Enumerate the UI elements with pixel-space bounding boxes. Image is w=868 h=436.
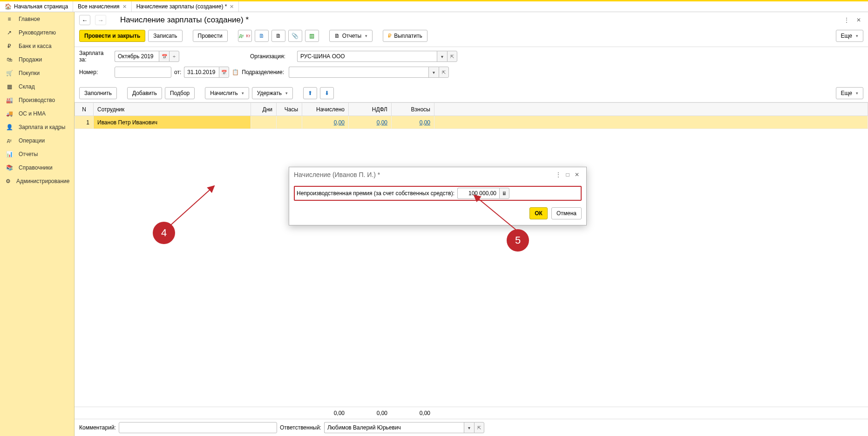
pay-button[interactable]: ₽Выплатить [383, 30, 427, 42]
table-toolbar: Заполнить Добавить Подбор Начислить Удер… [75, 84, 868, 102]
cell-days [251, 116, 277, 129]
back-button[interactable]: ← [79, 15, 90, 25]
sidebar-item-reports[interactable]: 📊Отчеты [0, 147, 74, 161]
post-and-close-button[interactable]: Провести и закрыть [79, 30, 145, 42]
spinner-icon[interactable]: ÷ [169, 51, 179, 62]
kebab-icon[interactable]: ⋮ [842, 15, 851, 25]
col-accrued[interactable]: Начислено [302, 103, 349, 116]
dropdown-icon[interactable]: ▾ [428, 67, 439, 78]
modal-title: Начисление (Иванов П. И.) * [294, 171, 380, 178]
tab-home[interactable]: 🏠 Начальная страница [0, 1, 73, 12]
open-icon[interactable]: ⇱ [447, 51, 457, 62]
calendar-icon[interactable]: 📅 [159, 51, 169, 62]
sidebar-item-bank[interactable]: ₽Банк и касса [0, 39, 74, 53]
bag-icon: 🛍 [6, 56, 13, 63]
maximize-icon[interactable]: □ [563, 170, 572, 179]
bonus-amount-input[interactable] [457, 188, 499, 199]
sidebar-item-purchases[interactable]: 🛒Покупки [0, 66, 74, 80]
table-row[interactable]: 1 Иванов Петр Иванович 0,00 0,00 0,00 [75, 116, 868, 129]
attach-button[interactable]: 📎 [288, 30, 302, 42]
open-icon[interactable]: ⇱ [474, 422, 484, 433]
more-button-2[interactable]: Еще [836, 87, 863, 99]
col-days[interactable]: Дни [251, 103, 277, 116]
sidebar-label: Справочники [19, 164, 53, 171]
cell-n: 1 [75, 116, 94, 129]
header-row: ← → Начисление зарплаты (создание) * ⋮ ✕ [75, 12, 868, 28]
sidebar-item-directories[interactable]: 📚Справочники [0, 161, 74, 174]
col-n[interactable]: N [75, 103, 94, 116]
open-icon[interactable]: ⇱ [439, 67, 449, 78]
gear-icon: ⚙ [6, 177, 11, 185]
move-up-button[interactable]: ⬆ [303, 87, 317, 99]
dept-input[interactable] [289, 67, 428, 78]
books-icon: 📚 [6, 164, 13, 171]
form-header: Зарплата за: 📅 ÷ Организация: ▾ ⇱ Номер:… [75, 47, 868, 84]
sidebar-label: Продажи [19, 56, 42, 63]
truck-icon: 🚚 [6, 110, 13, 117]
calendar-icon[interactable]: 📅 [219, 67, 229, 78]
sidebar-label: Зарплата и кадры [19, 124, 65, 130]
tab-all-accruals[interactable]: Все начисления ✕ [73, 1, 132, 12]
pick-button[interactable]: Подбор [165, 87, 195, 99]
page-title: Начисление зарплаты (создание) * [120, 15, 249, 25]
dtkt-button[interactable]: ДтКт [238, 30, 252, 42]
close-icon[interactable]: ✕ [854, 15, 863, 25]
cell-emp: Иванов Петр Иванович [94, 116, 251, 129]
responsible-input[interactable] [324, 422, 464, 433]
cell-ndfl[interactable]: 0,00 [377, 119, 387, 126]
fill-button[interactable]: Заполнить [79, 87, 117, 99]
sidebar-item-salary[interactable]: 👤Зарплата и кадры [0, 120, 74, 134]
col-hours[interactable]: Часы [277, 103, 302, 116]
comment-input[interactable] [119, 422, 277, 433]
from-label: от: [174, 69, 181, 75]
forward-button[interactable]: → [95, 15, 106, 25]
close-icon[interactable]: ✕ [572, 170, 582, 179]
sidebar-item-operations[interactable]: ДтОперации [0, 134, 74, 147]
close-icon[interactable]: ✕ [122, 4, 127, 10]
sidebar-item-manager[interactable]: ↗Руководителю [0, 26, 74, 39]
tab-payroll-create[interactable]: Начисление зарплаты (создание) * ✕ [132, 1, 239, 12]
dropdown-icon[interactable]: ▾ [437, 51, 447, 62]
deduct-button[interactable]: Удержать [252, 87, 293, 99]
employee-table[interactable]: N Сотрудник Дни Часы Начислено НДФЛ Взно… [75, 102, 868, 407]
date-input[interactable] [184, 67, 219, 78]
ok-button[interactable]: ОК [529, 207, 548, 219]
col-ndfl[interactable]: НДФЛ [349, 103, 392, 116]
org-input[interactable] [297, 51, 437, 62]
calc-icon[interactable]: 🖩 [499, 188, 509, 199]
num-label: Номер: [79, 69, 112, 75]
import-doc-button[interactable]: 🗎 [271, 30, 285, 42]
sidebar-item-main[interactable]: ≡Главное [0, 12, 74, 26]
tab-label: Все начисления [78, 3, 120, 10]
accrue-button[interactable]: Начислить [205, 87, 249, 99]
save-button[interactable]: Записать [148, 30, 182, 42]
dropdown-icon[interactable]: ▾ [464, 422, 474, 433]
cell-contrib[interactable]: 0,00 [420, 119, 430, 126]
sidebar-item-assets[interactable]: 🚚ОС и НМА [0, 107, 74, 120]
more-button[interactable]: Еще [836, 30, 863, 42]
num-input[interactable] [115, 67, 171, 78]
doc-button[interactable]: 🗎 [255, 30, 269, 42]
sidebar: ≡Главное ↗Руководителю ₽Банк и касса 🛍Пр… [0, 12, 75, 436]
reports-button[interactable]: 🗎Отчеты [329, 30, 373, 42]
org-label: Организация: [250, 53, 294, 60]
move-down-button[interactable]: ⬇ [320, 87, 334, 99]
sidebar-item-sales[interactable]: 🛍Продажи [0, 53, 74, 66]
sidebar-item-warehouse[interactable]: ▦Склад [0, 80, 74, 93]
sidebar-item-production[interactable]: 🏭Производство [0, 93, 74, 107]
structure-button[interactable]: ▥ [305, 30, 319, 42]
col-contrib[interactable]: Взносы [392, 103, 434, 116]
kebab-icon[interactable]: ⋮ [554, 170, 563, 179]
callout-5: 5 [507, 229, 529, 252]
add-button[interactable]: Добавить [127, 87, 162, 99]
sidebar-item-admin[interactable]: ⚙Администрирование [0, 174, 74, 188]
tab-label: Начисление зарплаты (создание) * [136, 3, 227, 10]
close-icon[interactable]: ✕ [230, 4, 234, 10]
sidebar-label: Администрирование [16, 178, 69, 184]
cell-accrued[interactable]: 0,00 [334, 119, 345, 126]
cancel-button[interactable]: Отмена [551, 207, 582, 219]
post-button[interactable]: Провести [193, 30, 228, 42]
period-input[interactable] [115, 51, 159, 62]
dept-label: Подразделение: [242, 69, 286, 75]
col-emp[interactable]: Сотрудник [94, 103, 251, 116]
